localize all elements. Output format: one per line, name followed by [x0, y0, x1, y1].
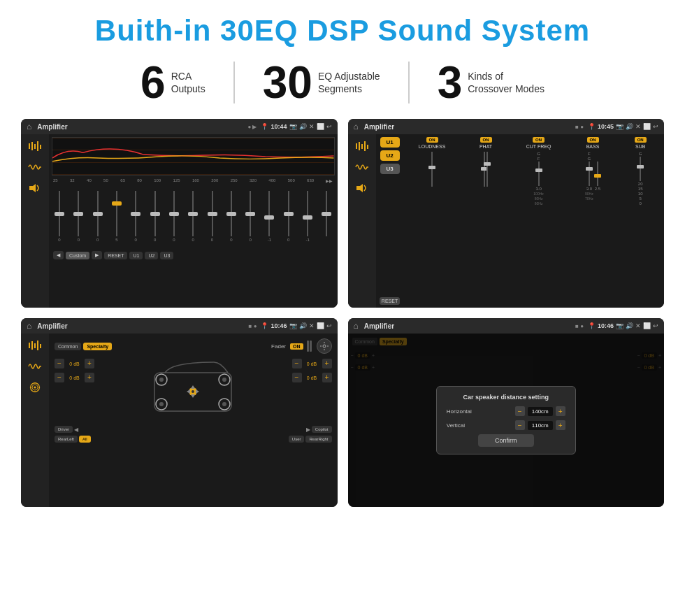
db3-plus[interactable]: +: [322, 359, 332, 368]
slider-5[interactable]: 0: [129, 191, 142, 247]
volume-icon-2[interactable]: [352, 180, 372, 196]
speaker-status-icons: 📍 10:46 📷 🔊 ✕ ⬜ ↩: [261, 322, 331, 329]
slider-3[interactable]: 0: [92, 191, 104, 247]
crossover-presets: U1 U2 U3 RESET: [379, 137, 401, 305]
db3-value: 0 dB: [303, 361, 321, 366]
bass-on[interactable]: ON: [587, 137, 599, 143]
svg-marker-39: [196, 389, 199, 394]
vertical-minus[interactable]: −: [515, 420, 525, 430]
slider-11[interactable]: 0: [244, 191, 257, 247]
rearleft-btn[interactable]: RearLeft: [55, 436, 78, 443]
phat-label: PHAT: [480, 144, 492, 149]
stat-crossover: 3 Kinds of Crossover Modes: [410, 60, 572, 105]
left-db-controls: − 0 dB + − 0 dB +: [55, 359, 94, 382]
svg-point-29: [222, 378, 226, 382]
u3-preset[interactable]: U3: [380, 164, 400, 174]
db2-plus[interactable]: +: [85, 373, 94, 382]
phat-on[interactable]: ON: [480, 137, 492, 143]
crossover-status-icons: 📍 10:45 📷 🔊 ✕ ⬜ ↩: [588, 123, 658, 130]
reset-button[interactable]: RESET: [104, 252, 127, 259]
svg-rect-4: [40, 145, 41, 149]
eq-controls-bottom: ◀ Custom ▶ RESET U1 U2 U3: [52, 250, 335, 261]
home-icon-4: ⌂: [354, 321, 359, 331]
loudness-col: ON LOUDNESS: [419, 137, 446, 305]
horizontal-plus[interactable]: +: [556, 406, 565, 416]
slider-14[interactable]: -1: [301, 191, 314, 247]
slider-4[interactable]: 5: [110, 191, 123, 247]
loudness-on[interactable]: ON: [426, 137, 438, 143]
distance-dialog: Car speaker distance setting Horizontal …: [436, 386, 576, 454]
common-btn[interactable]: Common: [55, 343, 81, 350]
slider-2[interactable]: 0: [72, 191, 85, 247]
driver-btn[interactable]: Driver: [55, 426, 73, 433]
svg-marker-5: [29, 184, 36, 192]
speaker-icon[interactable]: [25, 380, 45, 395]
u2-button[interactable]: U2: [145, 252, 158, 259]
wave-icon-2[interactable]: [352, 159, 372, 175]
settings-icon[interactable]: [317, 338, 332, 354]
rearright-btn[interactable]: RearRight: [305, 436, 331, 443]
page-wrapper: Buith-in 30EQ DSP Sound System 6 RCA Out…: [0, 0, 685, 616]
db-control-2: − 0 dB +: [55, 373, 94, 382]
home-icon-3: ⌂: [27, 321, 31, 331]
dialog-app-name: Amplifier: [364, 322, 572, 330]
crossover-app-name: Amplifier: [364, 123, 572, 131]
svg-marker-37: [191, 394, 195, 398]
svg-rect-7: [359, 142, 360, 150]
slider-10[interactable]: 0: [225, 191, 238, 247]
copilot-btn[interactable]: Copilot: [312, 426, 332, 433]
speaker-screen-panel: ⌂ Amplifier ■ ● 📍 10:46 📷 🔊 ✕ ⬜ ↩: [21, 318, 338, 507]
slider-15[interactable]: [320, 191, 333, 247]
u2-preset[interactable]: U2: [380, 150, 400, 161]
sub-label: SUB: [635, 144, 645, 149]
db4-minus[interactable]: −: [292, 373, 302, 382]
prev-button[interactable]: ◀: [53, 251, 64, 259]
eq-screen-body: 25 32 40 50 63 80 100 125 160 200 250 32…: [21, 134, 338, 308]
volume-icon[interactable]: [25, 180, 45, 196]
u1-button[interactable]: U1: [129, 252, 143, 259]
wave-icon-3[interactable]: [25, 359, 45, 374]
db3-minus[interactable]: −: [292, 359, 302, 368]
slider-8[interactable]: 0: [187, 191, 199, 247]
db4-plus[interactable]: +: [322, 373, 332, 382]
wave-icon[interactable]: [25, 159, 45, 175]
horizontal-value: 140cm: [528, 407, 553, 416]
cutfreq-on[interactable]: ON: [533, 137, 545, 143]
crossover-status-bar: ⌂ Amplifier ■ ● 📍 10:45 📷 🔊 ✕ ⬜ ↩: [348, 119, 665, 134]
slider-6[interactable]: 0: [149, 191, 161, 247]
dialog-status-bar: ⌂ Amplifier ■ ● 📍 10:46 📷 🔊 ✕ ⬜ ↩: [348, 318, 665, 334]
db2-value: 0 dB: [66, 375, 83, 380]
slider-9[interactable]: 0: [206, 191, 219, 247]
u3-button[interactable]: U3: [160, 252, 173, 259]
sub-on[interactable]: ON: [635, 137, 647, 143]
bass-col: ON BASS FG 3.0 90Hz 70H: [585, 137, 600, 305]
specialty-btn[interactable]: Specialty: [83, 343, 112, 350]
svg-rect-10: [367, 145, 368, 149]
db2-minus[interactable]: −: [55, 373, 64, 382]
horizontal-minus[interactable]: −: [515, 406, 525, 416]
custom-preset-button[interactable]: Custom: [66, 252, 89, 259]
db1-minus[interactable]: −: [55, 359, 64, 368]
eq-content: 25 32 40 50 63 80 100 125 160 200 250 32…: [49, 134, 338, 308]
slider-12[interactable]: -1: [263, 191, 275, 247]
stat-eq-number: 30: [263, 60, 312, 105]
eq-icon[interactable]: [25, 138, 45, 154]
db4-value: 0 dB: [303, 375, 321, 380]
play-button[interactable]: ▶: [92, 251, 102, 259]
user-btn[interactable]: User: [289, 436, 305, 443]
slider-1[interactable]: 0: [53, 191, 66, 247]
home-icon-2: ⌂: [354, 122, 359, 131]
svg-point-33: [222, 402, 226, 406]
fader-on[interactable]: ON: [290, 343, 303, 350]
slider-13[interactable]: 0: [282, 191, 295, 247]
reset-crossover[interactable]: RESET: [380, 297, 400, 305]
u1-preset[interactable]: U1: [380, 137, 400, 148]
confirm-button[interactable]: Confirm: [478, 434, 534, 447]
vertical-plus[interactable]: +: [556, 420, 565, 430]
eq-icon-2[interactable]: [352, 138, 372, 154]
slider-7[interactable]: 0: [168, 191, 180, 247]
all-btn[interactable]: All: [79, 436, 91, 443]
eq-icon-3[interactable]: [25, 338, 45, 353]
dialog-title: Car speaker distance setting: [447, 394, 565, 401]
db1-plus[interactable]: +: [85, 359, 94, 368]
